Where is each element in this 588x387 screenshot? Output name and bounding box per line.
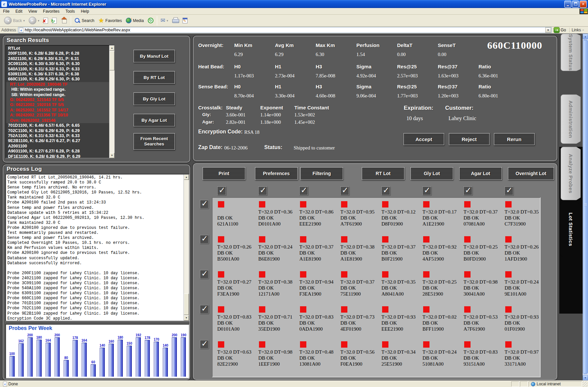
probe-cell[interactable]: T=32.0 DT=0.37 DB OK A1E81900 <box>299 233 340 268</box>
menu-item[interactable]: File <box>0 8 12 14</box>
probe-cell[interactable]: T=32.0 DT=0.83 DB OK 0ADA1900 <box>299 303 340 338</box>
probe-cell[interactable]: DB OK 621A1100 <box>217 198 258 233</box>
search-result-item[interactable]: G: 06212002_192016 TF 5/5 <box>6 102 114 107</box>
column-checkbox[interactable] <box>299 186 308 195</box>
probe-cell[interactable]: T=32.0 DT=0.97 DB OK 33171A00 <box>505 338 546 373</box>
search-filter-button[interactable]: By Manuf Lot <box>133 50 175 62</box>
probe-cell[interactable]: T=32.0 DT=0.26 DB OK 1AFD1900 <box>505 233 546 268</box>
process-log-box[interactable]: Completed RT Lot Lot_20050620_190046, 14… <box>5 174 190 321</box>
search-result-item[interactable]: 200F1100, K: 6.28/ 6.28/ 6.28, P: 6.28 <box>6 51 114 56</box>
probe-cell[interactable]: T=32.0 DT=0.98 DB OK 30041A00 <box>464 268 505 303</box>
address-input[interactable] <box>25 28 545 32</box>
probe-cell[interactable]: T=32.0 DT=0.63 DB OK 82E21900 <box>217 338 258 373</box>
search-result-item[interactable]: A9031100, K: 6.27/ 6.27/ 6.28, P: 6.28 <box>6 149 114 154</box>
probe-cell[interactable]: T=32.0 DT=0.98 DB OK 1EEF1900 <box>258 338 299 373</box>
probe-cell[interactable]: T=32.0 DT=0.17 DB OK A1E21900 <box>422 198 464 233</box>
scroll-thumb[interactable] <box>583 40 588 374</box>
search-result-item[interactable]: 752A1100, K: 6.31/ 6.32/ 6.33, P: 6.33 <box>6 133 114 138</box>
resize-grip[interactable] <box>583 381 587 387</box>
search-result-item[interactable]: 702C1100, K: 6.28/ 6.29/ 6.29, P: 6.29 <box>6 128 114 133</box>
search-result-item[interactable]: A: 06252002_161552 TF 14/17 <box>6 108 114 113</box>
side-tab-system-status[interactable]: System Status <box>561 34 581 71</box>
probe-cell[interactable]: T=32.0 DT=0.37 DB OK B0F21900 <box>381 233 422 268</box>
side-tab-analyze-probes[interactable]: Analyze Probes <box>561 147 581 200</box>
row-checkbox[interactable] <box>200 270 209 279</box>
menu-item[interactable]: Edit <box>12 8 25 14</box>
probe-cell[interactable]: T=32.0 DT=0.94 DB OK F3EA1900 <box>299 268 340 303</box>
search-result-item[interactable]: 660C1100, K: 6.29/ 6.29/ 6.30, P: 6.30 <box>6 77 114 82</box>
side-tab-administration[interactable]: Administration <box>561 94 581 144</box>
menu-item[interactable]: Tools <box>62 8 78 14</box>
search-filter-button[interactable]: By Agar Lot <box>133 114 175 126</box>
probe-cell[interactable]: T=32.0 DT=0.12 DB OK D8F01900 <box>381 198 422 233</box>
probe-cell[interactable]: T=32.0 DT=0.25 DB OK B0FD1900 <box>464 233 505 268</box>
forward-button[interactable]: ► ▾ <box>27 16 41 26</box>
favorites-button[interactable]: ★ Favorites <box>96 16 124 26</box>
scroll-up-icon[interactable]: ▲ <box>583 34 588 39</box>
media-button[interactable]: Media <box>124 16 146 26</box>
probe-cell[interactable]: T=32.0 DT=0.36 DB OK D0101A00 <box>258 198 299 233</box>
search-button[interactable]: Search <box>72 16 96 26</box>
probe-cell[interactable]: T=32.0 DT=0.48 DB OK 13081A00 <box>299 338 340 373</box>
search-result-item[interactable]: RTLot <box>6 46 114 51</box>
probe-cell[interactable]: T=32.0 DT=0.73 DB OK 4EF01900 <box>340 303 381 338</box>
minimize-button[interactable] <box>564 1 571 8</box>
probe-cell[interactable]: T=32.0 DT=0.02 DB OK BFF11900 <box>422 303 464 338</box>
probe-cell[interactable]: T=32.0 DT=0.37 DB OK 75E11900 <box>340 268 381 303</box>
menu-item[interactable]: View <box>25 8 40 14</box>
home-button[interactable] <box>59 16 69 26</box>
search-result-item[interactable]: 540A1100, K: 6.31/ 6.32/ 6.33, P: 6.33 <box>6 67 114 72</box>
search-result-item[interactable]: G: 06242002_121543 TF 5/5 <box>6 97 114 102</box>
grid-toolbar-button[interactable]: Filtering <box>300 167 343 180</box>
search-filter-button[interactable]: By RT Lot <box>133 71 175 84</box>
probe-cell[interactable]: T=32.0 DT=0.27 DB OK F3EA1900 <box>217 268 258 303</box>
log-scrollbar[interactable]: ▲ ▼ <box>184 174 189 321</box>
lot-action-button[interactable]: Reject <box>449 133 490 145</box>
search-result-item[interactable]: A2001100 <box>6 144 114 149</box>
menu-item[interactable]: Favorites <box>40 8 62 14</box>
column-checkbox[interactable] <box>217 186 226 195</box>
search-results-list[interactable]: RTLot200F1100, K: 6.28/ 6.28/ 6.28, P: 6… <box>5 45 115 158</box>
row-checkbox[interactable] <box>200 235 209 244</box>
column-checkbox[interactable] <box>464 186 472 195</box>
search-result-item[interactable]: RT: Lot_20020620_190046 TF <box>6 82 114 87</box>
probe-cell[interactable]: T=32.0 DT=0.56 DB OK F0EA1900 <box>340 338 381 373</box>
search-filter-button[interactable]: From Recent Searches <box>133 133 175 150</box>
probe-cell[interactable]: T=32.0 DT=0.53 DB OK A7F61900 <box>464 303 505 338</box>
probe-cell[interactable]: T=32.0 DT=0.93 DB OK EEE21900 <box>381 303 422 338</box>
grid-toolbar-button[interactable]: Agar Lot <box>459 167 502 180</box>
mail-dropdown-icon[interactable]: ▾ <box>167 19 168 22</box>
search-result-item[interactable]: HB: Within expected range. <box>6 87 114 92</box>
column-checkbox[interactable] <box>258 186 267 195</box>
search-result-item[interactable]: SB: Within expected range. <box>6 92 114 97</box>
column-checkbox[interactable] <box>422 186 431 195</box>
probe-cell[interactable]: T=32.0 DT=0.37 DB OK 07081A00 <box>464 198 505 233</box>
probe-cell[interactable]: T=32.0 DT=0.24 DB OK 9E101A00 <box>505 268 546 303</box>
search-result-item[interactable]: 701D1100, K: 6.46/ 6.57/ 6.65, P: 6.65 <box>6 123 114 128</box>
scroll-down-icon[interactable]: ▼ <box>109 153 114 158</box>
search-result-item[interactable]: 3C091100, K: 6.30/ 6.30/ 6.30, P: 6.30 <box>6 61 114 66</box>
search-result-item[interactable]: Ovn: 06262002_192146 <box>6 118 114 123</box>
lot-action-button[interactable]: Rerun <box>494 133 535 145</box>
column-checkbox[interactable] <box>381 186 390 195</box>
browser-vertical-scrollbar[interactable]: ▲ ▼ <box>583 34 588 381</box>
mail-button[interactable]: ✉ ▾ <box>159 16 170 26</box>
scroll-thumb[interactable] <box>109 51 114 70</box>
maximize-button[interactable] <box>572 1 579 8</box>
edit-button[interactable] <box>181 16 190 26</box>
lot-action-button[interactable]: Accept <box>403 133 444 145</box>
probe-cell[interactable]: T=32.0 DT=0.71 DB OK 35ED1900 <box>258 303 299 338</box>
side-tab-lot-statistics[interactable]: Lot Statistics <box>561 202 581 257</box>
search-result-item[interactable]: DF1E1100, K: 6.28/ 6.28/ 6.29, P: 6.29 <box>6 154 114 158</box>
scroll-down-icon[interactable]: ▼ <box>184 315 189 321</box>
probe-cell[interactable]: T=32.0 DT=0.38 DB OK 12171A00 <box>258 268 299 303</box>
probe-cell[interactable]: T=32.0 DT=0.86 DB OK EEE21900 <box>299 198 340 233</box>
close-button[interactable]: ✕ <box>580 1 587 8</box>
scroll-thumb[interactable] <box>184 294 189 315</box>
probe-cell[interactable]: T=32.0 DT=0.34 DB OK 25E51900 <box>381 338 422 373</box>
probe-cell[interactable]: T=32.0 DT=0.26 DB OK B5001A00 <box>217 233 258 268</box>
grid-toolbar-button[interactable]: Preferences <box>255 167 298 180</box>
history-button[interactable]: ↻ <box>146 16 156 26</box>
probe-cell[interactable]: T=32.0 DT=0.95 DB OK A7F61900 <box>340 198 381 233</box>
menu-item[interactable]: Help <box>78 8 92 14</box>
